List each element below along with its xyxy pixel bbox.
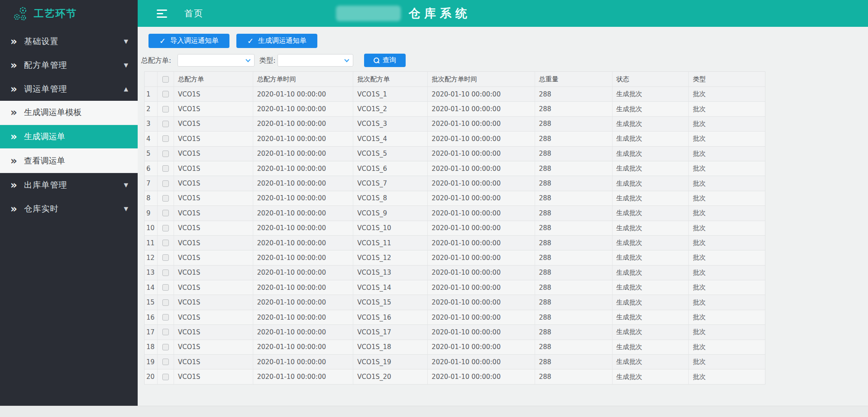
search-icon [374, 58, 379, 63]
table-row[interactable]: 3 VCO1S 2020-01-10 00:00:00 VCO1S_3 2020… [145, 117, 765, 132]
column-header-batch-recipe: 批次配方单 [353, 72, 428, 87]
cell-status: 生成批次 [613, 87, 689, 101]
row-checkbox[interactable] [162, 299, 169, 306]
sidebar-subitem-generate-transfer[interactable]: » 生成调运单 [0, 125, 138, 149]
cell-type: 批次 [689, 87, 765, 101]
cell-type: 批次 [689, 355, 765, 369]
table-row[interactable]: 17 VCO1S 2020-01-10 00:00:00 VCO1S_17 20… [145, 325, 765, 340]
table-row[interactable]: 12 VCO1S 2020-01-10 00:00:00 VCO1S_12 20… [145, 250, 765, 265]
check-icon: ✓ [247, 36, 254, 45]
row-checkbox[interactable] [162, 269, 169, 276]
cell-status: 生成批次 [613, 221, 689, 235]
row-checkbox[interactable] [162, 106, 169, 112]
row-checkbox[interactable] [162, 91, 169, 97]
table-row[interactable]: 14 VCO1S 2020-01-10 00:00:00 VCO1S_14 20… [145, 280, 765, 295]
sidebar-item-transfer-management[interactable]: » 调运单管理 ▲ [0, 77, 138, 101]
row-index: 12 [145, 250, 158, 265]
row-checkbox[interactable] [162, 240, 169, 246]
table-row[interactable]: 10 VCO1S 2020-01-10 00:00:00 VCO1S_10 20… [145, 221, 765, 236]
table-row[interactable]: 16 VCO1S 2020-01-10 00:00:00 VCO1S_16 20… [145, 310, 765, 325]
column-header-master-recipe-time: 总配方单时间 [253, 72, 354, 87]
import-transfer-notice-button[interactable]: ✓ 导入调运通知单 [148, 34, 229, 48]
generate-transfer-notice-button[interactable]: ✓ 生成调运通知单 [236, 34, 317, 48]
row-checkbox[interactable] [162, 210, 169, 216]
cell-batch-recipe-time: 2020-01-10 00:00:00 [428, 117, 535, 131]
table-row[interactable]: 18 VCO1S 2020-01-10 00:00:00 VCO1S_18 20… [145, 340, 765, 355]
table-row[interactable]: 13 VCO1S 2020-01-10 00:00:00 VCO1S_13 20… [145, 266, 765, 280]
cell-master-recipe: VCO1S [174, 87, 253, 101]
cell-total-weight: 288 [535, 266, 613, 280]
redacted-company-name [336, 6, 401, 21]
sidebar-item-outbound-management[interactable]: » 出库单管理 ▼ [0, 173, 138, 197]
menu-toggle-icon[interactable] [157, 10, 167, 18]
sidebar-subitem-generate-transfer-template[interactable]: » 生成调运单模板 [0, 101, 138, 125]
row-checkbox[interactable] [162, 121, 169, 127]
row-checkbox[interactable] [162, 165, 169, 172]
cell-batch-recipe: VCO1S_9 [353, 206, 428, 220]
cell-status: 生成批次 [613, 117, 689, 131]
cell-master-recipe-time: 2020-01-10 00:00:00 [253, 206, 354, 220]
table-row[interactable]: 15 VCO1S 2020-01-10 00:00:00 VCO1S_15 20… [145, 295, 765, 310]
import-button-label: 导入调运通知单 [170, 36, 219, 45]
cell-total-weight: 288 [535, 221, 613, 235]
row-checkbox[interactable] [162, 374, 169, 380]
row-checkbox[interactable] [162, 284, 169, 291]
row-checkbox[interactable] [162, 135, 169, 142]
sidebar-item-label: 配方单管理 [24, 60, 124, 71]
row-checkbox[interactable] [162, 151, 169, 157]
cell-master-recipe-time: 2020-01-10 00:00:00 [253, 117, 354, 131]
cell-master-recipe-time: 2020-01-10 00:00:00 [253, 102, 354, 116]
cell-status: 生成批次 [613, 355, 689, 369]
row-checkbox[interactable] [162, 344, 169, 350]
row-checkbox[interactable] [162, 195, 169, 202]
row-checkbox[interactable] [162, 254, 169, 261]
table-row[interactable]: 7 VCO1S 2020-01-10 00:00:00 VCO1S_7 2020… [145, 176, 765, 191]
chevron-down-icon [344, 57, 349, 62]
master-recipe-select[interactable] [177, 54, 255, 67]
sidebar-item-recipe-management[interactable]: » 配方单管理 ▼ [0, 53, 138, 77]
cell-type: 批次 [689, 117, 765, 131]
double-arrow-icon: » [10, 107, 17, 118]
row-checkbox[interactable] [162, 359, 169, 365]
search-button[interactable]: 查询 [364, 54, 406, 67]
cell-batch-recipe-time: 2020-01-10 00:00:00 [428, 369, 535, 384]
cell-master-recipe: VCO1S [174, 325, 253, 339]
table-row[interactable]: 4 VCO1S 2020-01-10 00:00:00 VCO1S_4 2020… [145, 132, 765, 146]
cell-batch-recipe: VCO1S_8 [353, 191, 428, 205]
cell-batch-recipe: VCO1S_10 [353, 221, 428, 235]
cell-status: 生成批次 [613, 191, 689, 205]
table-row[interactable]: 2 VCO1S 2020-01-10 00:00:00 VCO1S_2 2020… [145, 102, 765, 116]
table-row[interactable]: 11 VCO1S 2020-01-10 00:00:00 VCO1S_11 20… [145, 236, 765, 250]
row-index: 16 [145, 310, 158, 324]
cell-total-weight: 288 [535, 117, 613, 131]
row-index: 15 [145, 295, 158, 309]
row-checkbox[interactable] [162, 225, 169, 231]
table-row[interactable]: 19 VCO1S 2020-01-10 00:00:00 VCO1S_19 20… [145, 355, 765, 369]
cell-total-weight: 288 [535, 236, 613, 250]
column-header-status: 状态 [613, 72, 689, 87]
table-row[interactable]: 20 VCO1S 2020-01-10 00:00:00 VCO1S_20 20… [145, 369, 765, 384]
type-select[interactable] [278, 54, 353, 67]
table-row[interactable]: 9 VCO1S 2020-01-10 00:00:00 VCO1S_9 2020… [145, 206, 765, 221]
sidebar-item-basic-settings[interactable]: » 基础设置 ▼ [0, 29, 138, 53]
cell-batch-recipe-time: 2020-01-10 00:00:00 [428, 132, 535, 146]
row-checkbox[interactable] [162, 314, 169, 321]
app-logo: 工艺环节 [0, 0, 138, 27]
table-row[interactable]: 8 VCO1S 2020-01-10 00:00:00 VCO1S_8 2020… [145, 191, 765, 206]
cell-status: 生成批次 [613, 147, 689, 161]
row-checkbox[interactable] [162, 180, 169, 187]
cell-batch-recipe-time: 2020-01-10 00:00:00 [428, 87, 535, 101]
cell-master-recipe-time: 2020-01-10 00:00:00 [253, 295, 354, 309]
cell-batch-recipe-time: 2020-01-10 00:00:00 [428, 295, 535, 309]
cell-batch-recipe-time: 2020-01-10 00:00:00 [428, 191, 535, 205]
tab-home[interactable]: 首页 [184, 8, 203, 19]
select-all-checkbox[interactable] [162, 76, 169, 83]
sidebar-subitem-view-transfer[interactable]: » 查看调运单 [0, 149, 138, 173]
row-checkbox[interactable] [162, 329, 169, 335]
table-row[interactable]: 5 VCO1S 2020-01-10 00:00:00 VCO1S_5 2020… [145, 147, 765, 161]
cell-status: 生成批次 [613, 340, 689, 354]
table-row[interactable]: 1 VCO1S 2020-01-10 00:00:00 VCO1S_1 2020… [145, 87, 765, 102]
table-row[interactable]: 6 VCO1S 2020-01-10 00:00:00 VCO1S_6 2020… [145, 161, 765, 176]
cell-batch-recipe: VCO1S_3 [353, 117, 428, 131]
sidebar-item-warehouse-realtime[interactable]: » 仓库实时 ▼ [0, 197, 138, 221]
